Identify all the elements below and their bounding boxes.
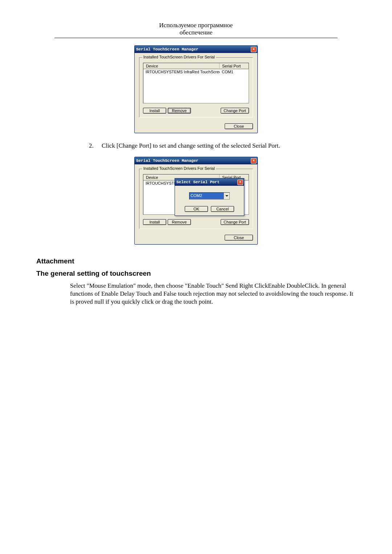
close-icon[interactable]: × — [251, 158, 257, 164]
button-row: Install Remove Change Port — [143, 108, 249, 114]
remove-button[interactable]: Remove — [168, 108, 191, 114]
cancel-button[interactable]: Cancel — [211, 206, 234, 212]
combo-selected: COM2 — [189, 193, 224, 199]
remove-button[interactable]: Remove — [168, 219, 191, 225]
col-header-device[interactable]: Device — [143, 63, 220, 69]
groupbox-installed-drivers: Installed TouchScreen Drivers For Serial… — [139, 57, 253, 118]
ok-button[interactable]: OK — [185, 206, 208, 212]
step-2: 2. Click [Change Port] to set and change… — [89, 142, 356, 149]
dialog-title: Serial TouchScreen Manager — [136, 47, 199, 52]
header-divider — [54, 38, 338, 38]
install-button[interactable]: Install — [143, 219, 166, 225]
change-port-button[interactable]: Change Port — [221, 219, 249, 225]
header-line-1: Используемое программное — [54, 22, 338, 29]
col-header-serial-port[interactable]: Serial Port — [220, 63, 249, 69]
title-bar: Select Serial Port × — [175, 178, 244, 186]
dialog-body: Installed TouchScreen Drivers For Serial… — [135, 164, 257, 231]
change-port-button[interactable]: Change Port — [221, 108, 249, 114]
driver-list[interactable]: Device Serial Port IRTOUCHSYSTEMS InfraR… — [143, 63, 249, 103]
body-paragraph: Select "Mouse Emulation" mode, then choo… — [70, 282, 356, 306]
title-bar: Serial TouchScreen Manager × — [135, 157, 257, 164]
dialog-body: COM2 OK Cancel — [175, 186, 244, 216]
step-number: 2. — [89, 142, 102, 149]
serial-port-combo[interactable]: COM2 — [189, 192, 230, 200]
list-row[interactable]: IRTOUCHSYSTEMS InfraRed TouchScreen COM1 — [143, 69, 249, 74]
dialog-select-serial-port: Select Serial Port × COM2 OK Cancel — [175, 178, 244, 216]
cell-port: COM1 — [220, 70, 249, 74]
screenshot-1: Serial TouchScreen Manager × Installed T… — [36, 45, 356, 133]
dialog-serial-touchscreen-manager-2: Serial TouchScreen Manager × Installed T… — [134, 157, 258, 245]
heading-attachment: Attachment — [36, 257, 356, 265]
groupbox-legend: Installed TouchScreen Drivers For Serial — [142, 166, 216, 171]
close-button[interactable]: Close — [225, 123, 253, 129]
list-header: Device Serial Port — [143, 63, 249, 69]
dialog-serial-touchscreen-manager: Serial TouchScreen Manager × Installed T… — [134, 45, 258, 133]
button-row: OK Cancel — [179, 206, 240, 212]
button-group-left: Install Remove — [143, 108, 191, 114]
heading-general-setting: The general setting of touchscreen — [36, 270, 356, 278]
title-bar: Serial TouchScreen Manager × — [135, 46, 257, 53]
dialog-body: Installed TouchScreen Drivers For Serial… — [135, 53, 257, 120]
groupbox-legend: Installed TouchScreen Drivers For Serial — [142, 55, 216, 59]
page-header: Используемое программное обеспечение — [54, 22, 338, 38]
step-text: Click [Change Port] to set and change se… — [102, 142, 356, 149]
chevron-down-icon[interactable] — [224, 193, 229, 199]
header-line-2: обеспечение — [54, 29, 338, 36]
close-row: Close — [135, 231, 257, 244]
close-icon[interactable]: × — [237, 180, 243, 185]
button-row: Install Remove Change Port — [143, 219, 249, 225]
close-row: Close — [135, 120, 257, 133]
install-button[interactable]: Install — [143, 108, 166, 114]
close-icon[interactable]: × — [251, 47, 257, 52]
screenshot-2: Serial TouchScreen Manager × Installed T… — [36, 157, 356, 245]
dialog-title: Serial TouchScreen Manager — [136, 159, 199, 163]
cell-device: IRTOUCHSYSTEMS InfraRed TouchScreen — [143, 70, 220, 74]
page: Используемое программное обеспечение Ser… — [0, 0, 392, 554]
button-group-left: Install Remove — [143, 219, 191, 225]
close-button[interactable]: Close — [225, 235, 253, 241]
dialog-title: Select Serial Port — [176, 180, 220, 184]
